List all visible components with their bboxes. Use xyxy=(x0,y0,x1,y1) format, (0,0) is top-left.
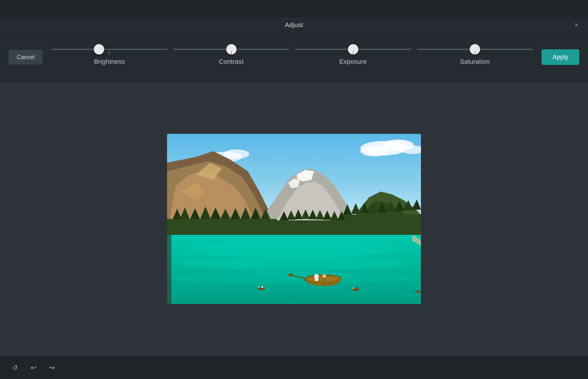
slider-group-exposure: Exposure xyxy=(295,49,411,65)
exposure-slider[interactable] xyxy=(295,49,411,50)
exposure-label: Exposure xyxy=(339,58,367,65)
slider-group-brightness: Brightness xyxy=(51,49,167,65)
sliders-container: Brightness Contrast Exposure xyxy=(51,49,533,65)
slider-track-brightness xyxy=(51,49,167,55)
redo-icon: ↪ xyxy=(49,364,55,372)
brightness-slider[interactable] xyxy=(51,49,167,50)
svg-rect-59 xyxy=(315,278,318,281)
dialog: Adjust × Cancel Brightness Contrast xyxy=(0,17,588,379)
undo-button[interactable]: ↩ xyxy=(27,361,40,374)
contrast-slider[interactable] xyxy=(173,49,289,50)
svg-point-62 xyxy=(258,286,260,288)
svg-point-7 xyxy=(223,149,249,159)
contrast-tick xyxy=(231,51,232,55)
photo-svg xyxy=(167,134,421,304)
slider-group-contrast: Contrast xyxy=(173,49,289,65)
svg-rect-61 xyxy=(323,278,326,281)
slider-track-saturation xyxy=(417,49,533,55)
slider-track-contrast xyxy=(173,49,289,55)
svg-point-60 xyxy=(322,274,326,278)
contrast-label: Contrast xyxy=(219,58,244,65)
svg-point-65 xyxy=(356,287,358,289)
svg-point-53 xyxy=(173,272,415,284)
image-area xyxy=(0,82,588,356)
saturation-tick xyxy=(475,51,475,55)
history-icon: ↺ xyxy=(12,364,18,372)
cancel-button[interactable]: Cancel xyxy=(9,50,43,65)
svg-point-4 xyxy=(360,146,389,156)
history-button[interactable]: ↺ xyxy=(9,361,21,374)
title-bar: Adjust × xyxy=(0,17,588,33)
bottom-toolbar: ↺ ↩ ↪ xyxy=(0,356,588,379)
redo-button[interactable]: ↪ xyxy=(46,361,58,374)
undo-icon: ↩ xyxy=(31,364,36,372)
svg-rect-30 xyxy=(340,215,421,236)
saturation-label: Saturation xyxy=(460,58,490,65)
exposure-tick xyxy=(353,51,353,55)
slider-group-saturation: Saturation xyxy=(417,49,533,65)
svg-point-64 xyxy=(353,287,354,289)
svg-point-58 xyxy=(314,274,319,279)
top-strip xyxy=(0,0,588,17)
dialog-title: Adjust xyxy=(285,21,303,29)
close-button[interactable]: × xyxy=(572,20,581,30)
svg-point-63 xyxy=(261,286,263,288)
brightness-label: Brightness xyxy=(94,58,125,65)
svg-point-51 xyxy=(193,241,395,258)
apply-button[interactable]: Apply xyxy=(542,49,579,65)
svg-rect-66 xyxy=(167,235,171,304)
photo-preview xyxy=(167,134,421,304)
controls-bar: Cancel Brightness Contrast xyxy=(0,33,588,82)
svg-rect-19 xyxy=(167,219,277,236)
svg-point-52 xyxy=(179,256,409,271)
slider-track-exposure xyxy=(295,49,411,55)
saturation-slider[interactable] xyxy=(417,49,533,50)
svg-rect-40 xyxy=(277,220,346,236)
